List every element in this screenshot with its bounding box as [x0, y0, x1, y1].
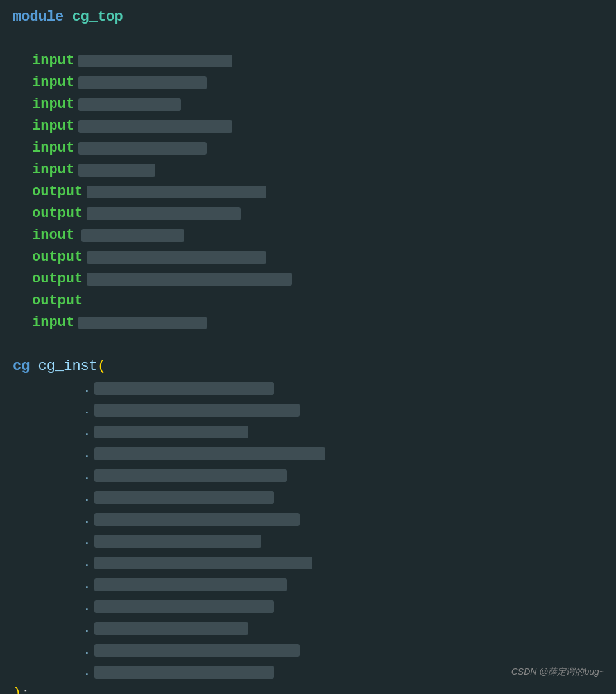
- port-content-4: [94, 447, 325, 460]
- port-content-3: [94, 426, 248, 438]
- dot-4: .: [83, 443, 90, 465]
- blurred-content-1: [78, 55, 232, 67]
- port-connection-2: .: [0, 399, 616, 421]
- keyword-input-7: input: [32, 312, 74, 334]
- port-content-8: [94, 535, 261, 548]
- keyword-output-2: output: [32, 203, 83, 225]
- open-paren: (: [98, 356, 106, 377]
- dot-3: .: [83, 421, 90, 443]
- io-line-input-1: input: [0, 50, 616, 72]
- port-connection-3: .: [0, 421, 616, 443]
- port-content-1: [94, 382, 274, 395]
- port-content-14: [94, 666, 274, 679]
- module-declaration-line: module cg_top: [0, 6, 616, 28]
- io-line-output-2: output: [0, 203, 616, 225]
- io-line-output-3: output: [0, 247, 616, 268]
- port-connection-8: .: [0, 530, 616, 552]
- io-line-input-4: input: [0, 116, 616, 137]
- inst-type-keyword: cg: [13, 356, 30, 377]
- port-connection-5: .: [0, 465, 616, 487]
- port-content-12: [94, 622, 248, 635]
- dot-11: .: [83, 596, 90, 618]
- semicolon: ;: [21, 683, 30, 694]
- blurred-content-13: [78, 317, 207, 329]
- dot-14: .: [83, 661, 90, 683]
- inst-name-label: cg_inst: [38, 356, 98, 377]
- keyword-inout-1: inout: [32, 225, 74, 247]
- dot-9: .: [83, 552, 90, 574]
- port-connection-1: .: [0, 377, 616, 399]
- port-content-6: [94, 491, 274, 504]
- port-connection-13: .: [0, 639, 616, 661]
- dot-12: .: [83, 618, 90, 639]
- empty-line-1: [0, 28, 616, 50]
- io-line-input-3: input: [0, 94, 616, 116]
- port-connection-7: .: [0, 508, 616, 530]
- blurred-content-7: [87, 186, 266, 198]
- port-content-7: [94, 513, 300, 526]
- blurred-content-11: [87, 273, 292, 286]
- code-editor: module cg_top input input input input in…: [0, 0, 616, 694]
- empty-line-2: [0, 334, 616, 356]
- port-content-11: [94, 600, 274, 613]
- module-name: cg_top: [72, 6, 123, 28]
- keyword-input-5: input: [32, 137, 74, 159]
- io-line-input-6: input: [0, 159, 616, 181]
- blurred-content-5: [78, 142, 207, 155]
- keyword-input-6: input: [32, 159, 74, 181]
- blurred-content-4: [78, 120, 232, 133]
- port-connection-11: .: [0, 596, 616, 618]
- blurred-content-9: [81, 229, 184, 242]
- blurred-content-6: [78, 164, 155, 177]
- keyword-output-3: output: [32, 247, 83, 268]
- io-line-output-1: output: [0, 181, 616, 203]
- port-connection-4: .: [0, 443, 616, 465]
- dot-7: .: [83, 508, 90, 530]
- keyword-input-4: input: [32, 116, 74, 137]
- dot-13: .: [83, 639, 90, 661]
- port-connection-9: .: [0, 552, 616, 574]
- port-content-2: [94, 404, 300, 417]
- keyword-input-1: input: [32, 50, 74, 72]
- keyword-input-3: input: [32, 94, 74, 116]
- blurred-content-10: [87, 251, 266, 264]
- io-line-input-5: input: [0, 137, 616, 159]
- inst-declaration-line: cg cg_inst (: [0, 356, 616, 377]
- port-content-10: [94, 578, 287, 591]
- dot-8: .: [83, 530, 90, 552]
- port-content-9: [94, 557, 312, 569]
- dot-2: .: [83, 399, 90, 421]
- blurred-content-3: [78, 98, 181, 111]
- watermark: CSDN @薛定谔的bug~: [511, 661, 604, 682]
- blurred-content-2: [78, 76, 207, 89]
- port-connection-10: .: [0, 574, 616, 596]
- dot-10: .: [83, 574, 90, 596]
- io-line-input-2: input: [0, 72, 616, 94]
- keyword-input-2: input: [32, 72, 74, 94]
- port-connection-12: .: [0, 618, 616, 639]
- io-line-output-4: output: [0, 268, 616, 290]
- port-content-13: [94, 644, 300, 657]
- close-paren: ): [13, 683, 21, 694]
- keyword-output-5: output: [32, 290, 83, 312]
- port-connection-6: .: [0, 487, 616, 508]
- dot-1: .: [83, 377, 90, 399]
- dot-5: .: [83, 465, 90, 487]
- keyword-output-1: output: [32, 181, 83, 203]
- module-keyword: module: [13, 6, 64, 28]
- inst-closing-line: ) ;: [0, 683, 616, 694]
- io-line-inout-1: inout: [0, 225, 616, 247]
- dot-6: .: [83, 487, 90, 508]
- port-content-5: [94, 469, 287, 482]
- keyword-output-4: output: [32, 268, 83, 290]
- io-line-input-7: input: [0, 312, 616, 334]
- io-line-output-5: output: [0, 290, 616, 312]
- blurred-content-8: [87, 207, 241, 220]
